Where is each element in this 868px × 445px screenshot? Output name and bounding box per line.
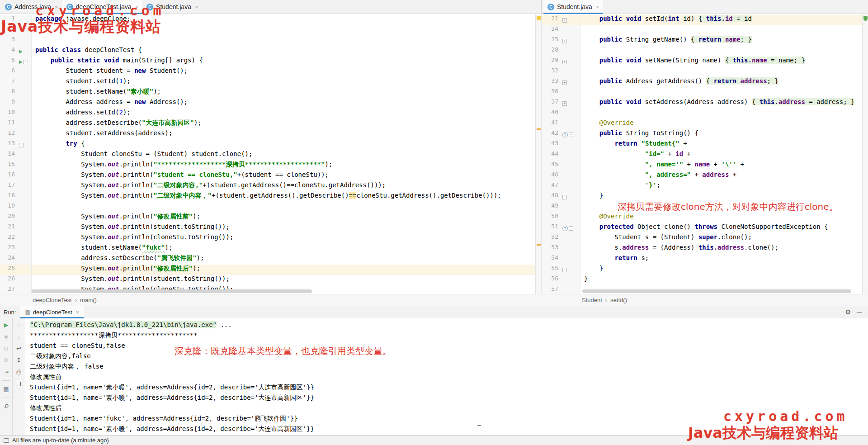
fold-icon[interactable]: + xyxy=(562,39,567,43)
pin-icon[interactable]: ⚲ xyxy=(2,402,10,410)
stop-icon[interactable]: ■ xyxy=(5,333,8,340)
code-line[interactable]: 18 System.out.println("二级对象中内容，"+(studen… xyxy=(0,192,535,202)
close-icon[interactable]: × xyxy=(134,4,139,10)
code-line[interactable]: 28 xyxy=(542,46,862,57)
close-icon[interactable]: × xyxy=(595,4,599,10)
code-line[interactable]: 19 xyxy=(0,202,535,213)
code-line[interactable]: 9 Address address = new Address(); xyxy=(0,98,535,109)
code-line[interactable]: 25+ public String getName() { return nam… xyxy=(542,36,862,46)
code-line[interactable]: 6 Student student = new Student(); xyxy=(0,67,535,77)
close-icon[interactable]: × xyxy=(75,309,80,316)
code-line[interactable]: 16 System.out.println("student == cloneS… xyxy=(0,171,535,181)
code-line[interactable]: 2 xyxy=(0,25,535,36)
code-line[interactable]: 52 Student s = (Student) super.clone(); xyxy=(542,233,862,244)
code-line[interactable]: 3 xyxy=(0,36,535,46)
code-line[interactable]: 15 System.out.println("*****************… xyxy=(0,161,535,171)
left-editor-hscrollbar[interactable] xyxy=(32,289,312,293)
fold-icon[interactable]: - xyxy=(19,143,24,147)
code-line[interactable]: 21 System.out.println(student.toString()… xyxy=(0,223,535,233)
code-line[interactable]: 10 address.setId(2); xyxy=(0,109,535,119)
up-stack-icon[interactable]: ↑ xyxy=(17,322,20,328)
run-tab-deepclonetest[interactable]: ▤ deepCloneTest × xyxy=(20,306,84,318)
code-line[interactable]: 14 Student cloneStu = (Student) student.… xyxy=(0,150,535,161)
down-stack-icon[interactable]: ↓ xyxy=(17,333,20,340)
editor-left-deepclonetest[interactable]: 1package javase.deepClone;234▶public cla… xyxy=(0,14,535,294)
code-line[interactable]: 8 student.setName("素小暖"); xyxy=(0,88,535,98)
code-line[interactable]: 55- } xyxy=(542,265,862,275)
left-editor-error-stripe[interactable] xyxy=(535,14,541,294)
code-line[interactable]: 54 return s; xyxy=(542,254,862,265)
code-line[interactable]: 25 System.out.println("修改属性后"); xyxy=(0,265,535,275)
code-line[interactable]: 29+ public void setName(String name) { t… xyxy=(542,57,862,67)
code-line[interactable]: 41 @Override xyxy=(542,119,862,129)
fold-icon[interactable]: + xyxy=(562,101,567,106)
right-editor-error-stripe[interactable] xyxy=(862,14,868,294)
code-line[interactable]: 7 student.setId(1); xyxy=(0,77,535,88)
fold-icon[interactable]: + xyxy=(562,80,567,85)
tab-address-java[interactable]: CAddress.java× xyxy=(1,0,62,14)
code-line[interactable]: 53 s.address = (Address) this.address.cl… xyxy=(542,244,862,254)
fold-icon[interactable]: - xyxy=(562,268,567,272)
tab-student-java[interactable]: CStudent.java× xyxy=(543,0,603,14)
code-line[interactable]: 4▶public class deepCloneTest { xyxy=(0,46,535,57)
code-line[interactable]: 11 address.setDescribe("大连市高新园区"); xyxy=(0,119,535,129)
fold-icon[interactable]: - xyxy=(569,133,573,137)
camera-icon[interactable]: ⊙ xyxy=(4,345,9,352)
breadcrumb-class[interactable]: Student xyxy=(582,297,602,303)
code-line[interactable]: 47 '}'; xyxy=(542,181,862,192)
hide-panel-icon[interactable]: ─ xyxy=(857,308,862,316)
fold-icon[interactable]: - xyxy=(24,60,28,64)
code-line[interactable]: 22 System.out.println(cloneStu.toString(… xyxy=(0,233,535,244)
soft-wrap-icon[interactable]: ↩ xyxy=(16,345,21,352)
gear-icon[interactable]: ⚙ xyxy=(845,308,851,316)
code-line[interactable]: 46 ", address=" + address + xyxy=(542,171,862,181)
close-icon[interactable]: × xyxy=(54,4,58,10)
restart-build-icon[interactable]: ⟳ xyxy=(4,357,9,364)
run-icon[interactable]: ▶ xyxy=(19,46,23,57)
tab-student-java[interactable]: CStudent.java× xyxy=(142,0,202,14)
code-line[interactable]: 51↑- protected Object clone() throws Clo… xyxy=(542,223,862,233)
code-line[interactable]: 33+ public Address getAddress() { return… xyxy=(542,77,862,88)
code-line[interactable]: 26 System.out.println(student.toString()… xyxy=(0,275,535,285)
override-icon[interactable]: ↑ xyxy=(562,132,568,137)
code-line[interactable]: 13- try { xyxy=(0,140,535,150)
breadcrumb-left[interactable]: deepCloneTest › main() xyxy=(0,294,541,306)
tab-deepclonetest-java[interactable]: CdeepCloneTest.java× xyxy=(62,0,143,14)
toolwindow-toggle-icon[interactable] xyxy=(4,438,9,443)
code-line[interactable]: 23 student.setName("fukc"); xyxy=(0,244,535,254)
code-line[interactable]: 1package javase.deepClone; xyxy=(0,15,535,25)
code-line[interactable]: 24 address.setDescribe("腾飞软件园"); xyxy=(0,254,535,265)
code-line[interactable]: 32 xyxy=(542,67,862,77)
code-line[interactable]: 45 ", name='" + name + '\'' + xyxy=(542,161,862,171)
code-line[interactable]: 49 xyxy=(542,202,862,213)
code-line[interactable]: 44 "id=" + id + xyxy=(542,150,862,161)
breadcrumb-right[interactable]: Student › setId() xyxy=(541,294,868,306)
code-line[interactable]: 42↑- public String toString() { xyxy=(542,129,862,140)
rerun-icon[interactable]: ▶ xyxy=(4,322,9,328)
scroll-to-end-icon[interactable]: ↧ xyxy=(16,357,21,364)
code-line[interactable]: 48- } xyxy=(542,192,862,202)
fold-icon[interactable]: - xyxy=(562,195,567,199)
breadcrumb-method[interactable]: main() xyxy=(80,297,97,303)
code-line[interactable]: 36 xyxy=(542,88,862,98)
code-line[interactable]: 56} xyxy=(542,275,862,285)
print-icon[interactable]: ⎙ xyxy=(16,369,21,376)
console-output[interactable]: "C:\Program Files\Java\jdk1.8.0_221\bin\… xyxy=(25,318,868,435)
code-line[interactable]: 40 xyxy=(542,109,862,119)
right-editor-hscrollbar[interactable] xyxy=(582,289,851,293)
clear-console-icon[interactable] xyxy=(17,382,21,386)
breadcrumb-class[interactable]: deepCloneTest xyxy=(33,297,72,303)
code-line[interactable]: 20 System.out.println("修改属性前"); xyxy=(0,213,535,223)
fold-icon[interactable]: + xyxy=(562,18,567,23)
code-line[interactable]: 12 student.setAddress(address); xyxy=(0,129,535,140)
inspections-shield-icon[interactable] xyxy=(863,16,868,21)
code-line[interactable]: 24 xyxy=(542,25,862,36)
run-icon[interactable]: ▶ xyxy=(19,57,23,67)
editor-right-student[interactable]: 21+ public void setId(int id) { this.id … xyxy=(541,14,862,294)
code-line[interactable]: 21+ public void setId(int id) { this.id … xyxy=(542,15,862,25)
code-line[interactable]: 50 @Override xyxy=(542,213,862,223)
code-line[interactable]: 43 return "Student{" + xyxy=(542,140,862,150)
code-line[interactable]: 5▶- public static void main(String[] arg… xyxy=(0,57,535,67)
breadcrumb-method[interactable]: setId() xyxy=(610,297,627,303)
fold-icon[interactable]: - xyxy=(569,226,573,231)
